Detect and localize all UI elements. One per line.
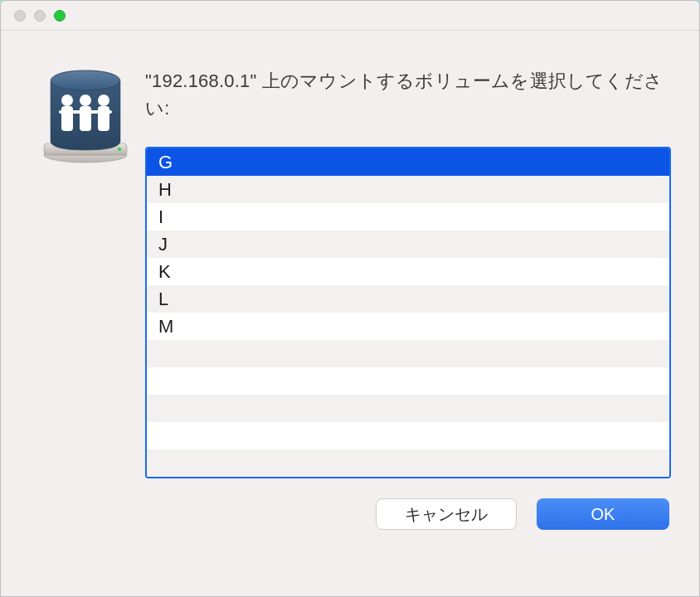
empty-row (147, 367, 669, 395)
volume-listbox[interactable]: GHIJKLM (145, 147, 671, 478)
volume-row[interactable]: L (147, 285, 669, 313)
volume-row[interactable]: M (147, 313, 669, 340)
cancel-button[interactable]: キャンセル (376, 498, 517, 530)
volume-row[interactable]: G (147, 148, 669, 176)
volume-row[interactable]: H (147, 176, 669, 203)
svg-point-8 (98, 95, 109, 106)
close-button[interactable] (14, 10, 26, 22)
svg-rect-5 (61, 106, 73, 131)
titlebar (1, 1, 699, 31)
svg-point-3 (51, 70, 120, 90)
icon-column (41, 67, 134, 530)
empty-row (147, 449, 669, 477)
empty-row (147, 422, 669, 449)
dialog-window: "192.168.0.1" 上のマウントするボリュームを選択してください: GH… (0, 0, 700, 597)
volume-row[interactable]: J (147, 231, 669, 258)
button-row: キャンセル OK (145, 498, 671, 530)
svg-rect-7 (80, 106, 91, 131)
svg-rect-9 (98, 106, 109, 131)
svg-point-6 (80, 95, 91, 106)
empty-row (147, 395, 669, 422)
prompt-text: "192.168.0.1" 上のマウントするボリュームを選択してください: (145, 67, 671, 122)
minimize-button[interactable] (34, 10, 46, 22)
dialog-content: "192.168.0.1" 上のマウントするボリュームを選択してください: GH… (1, 31, 699, 550)
ok-button[interactable]: OK (537, 498, 669, 530)
maximize-button[interactable] (54, 10, 66, 22)
main-column: "192.168.0.1" 上のマウントするボリュームを選択してください: GH… (134, 67, 671, 530)
svg-point-4 (61, 95, 73, 106)
empty-row (147, 340, 669, 367)
network-server-icon (41, 67, 134, 165)
volume-row[interactable]: I (147, 203, 669, 231)
svg-rect-10 (59, 110, 112, 114)
svg-point-2 (118, 148, 121, 151)
volume-row[interactable]: K (147, 258, 669, 285)
